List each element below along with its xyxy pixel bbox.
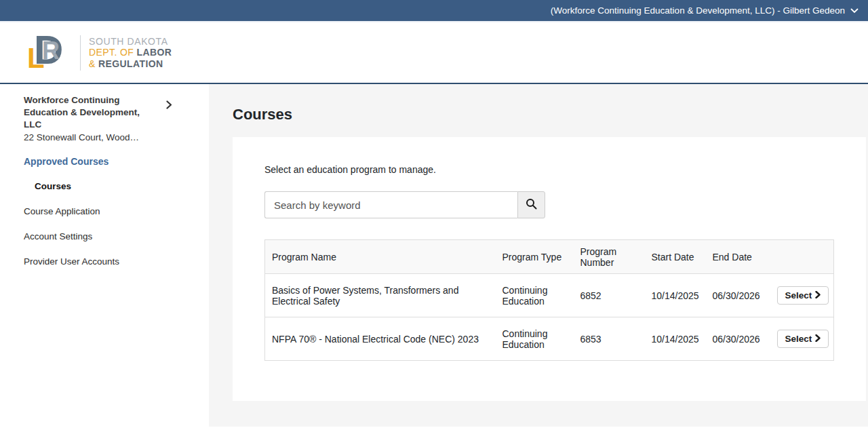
header-program-type: Program Type bbox=[496, 240, 574, 274]
cell-program-type: Continuing Education bbox=[496, 274, 574, 317]
intro-text: Select an education program to manage. bbox=[264, 164, 866, 175]
cell-program-name: NFPA 70® - National Electrical Code (NEC… bbox=[265, 317, 496, 361]
search-input[interactable] bbox=[264, 191, 517, 218]
org-address: 22 Stonewall Court, Wood… bbox=[24, 132, 195, 142]
logo-line3: & REGULATION bbox=[89, 58, 172, 70]
table-header-row: Program Name Program Type Program Number… bbox=[265, 240, 834, 274]
chevron-right-icon bbox=[815, 334, 821, 344]
sidebar-item-approved-courses[interactable]: Approved Courses bbox=[24, 156, 195, 167]
select-button-label: Select bbox=[785, 290, 812, 300]
cell-action: Select bbox=[770, 317, 834, 361]
site-header: D R L SOUTH DAKOTA DEPT. OF LABOR & REGU… bbox=[0, 22, 868, 84]
cell-program-number: 6852 bbox=[574, 274, 645, 317]
sidebar-item-course-application[interactable]: Course Application bbox=[24, 206, 195, 216]
cell-program-number: 6853 bbox=[574, 317, 645, 361]
courses-card: Select an education program to manage. P bbox=[233, 137, 866, 401]
account-menu-label[interactable]: (Workforce Continuing Education & Develo… bbox=[551, 5, 845, 16]
select-button[interactable]: Select bbox=[777, 330, 829, 348]
logo-letter-r: R bbox=[42, 39, 60, 63]
cell-program-name: Basics of Power Systems, Transformers an… bbox=[265, 274, 496, 317]
logo-line3-main: REGULATION bbox=[98, 58, 163, 69]
cell-start-date: 10/14/2025 bbox=[645, 274, 706, 317]
logo-letter-l: L bbox=[27, 44, 45, 73]
sd-dlr-logo-mark-icon: D R L bbox=[27, 33, 72, 73]
search-group bbox=[264, 191, 866, 218]
sidebar-item-courses[interactable]: Courses bbox=[24, 181, 195, 191]
select-button[interactable]: Select bbox=[777, 286, 829, 305]
programs-table: Program Name Program Type Program Number… bbox=[264, 239, 834, 361]
chevron-right-icon[interactable] bbox=[166, 100, 172, 112]
logo-line2-accent: DEPT. OF bbox=[89, 47, 137, 58]
org-name: Workforce Continuing Education & Develop… bbox=[24, 94, 157, 131]
sd-dlr-logo: D R L SOUTH DAKOTA DEPT. OF LABOR & REGU… bbox=[27, 33, 172, 73]
header-action bbox=[770, 240, 834, 274]
header-program-number: Program Number bbox=[574, 240, 645, 274]
sidebar-item-provider-user-accounts[interactable]: Provider User Accounts bbox=[24, 256, 195, 267]
search-button[interactable] bbox=[517, 191, 545, 218]
cell-end-date: 06/30/2026 bbox=[706, 274, 770, 317]
cell-start-date: 10/14/2025 bbox=[645, 317, 706, 361]
main-content: Courses Select an education program to m… bbox=[209, 84, 868, 427]
select-button-label: Select bbox=[785, 334, 812, 344]
logo-line2: DEPT. OF LABOR bbox=[89, 47, 172, 58]
org-selector[interactable]: Workforce Continuing Education & Develop… bbox=[24, 94, 195, 131]
logo-text: SOUTH DAKOTA DEPT. OF LABOR & REGULATION bbox=[89, 36, 172, 70]
cell-program-type: Continuing Education bbox=[496, 317, 574, 361]
header-program-name: Program Name bbox=[265, 240, 496, 274]
search-icon bbox=[526, 198, 537, 212]
header-start-date: Start Date bbox=[645, 240, 706, 274]
logo-line3-accent: & bbox=[89, 58, 98, 69]
header-end-date: End Date bbox=[706, 240, 770, 274]
account-bar: (Workforce Continuing Education & Develo… bbox=[0, 0, 868, 22]
chevron-right-icon bbox=[815, 290, 821, 300]
logo-divider bbox=[80, 35, 81, 71]
logo-line1: SOUTH DAKOTA bbox=[89, 36, 172, 47]
cell-action: Select bbox=[770, 274, 834, 317]
table-row: NFPA 70® - National Electrical Code (NEC… bbox=[265, 317, 834, 361]
chevron-down-icon[interactable] bbox=[850, 8, 859, 14]
logo-line2-main: LABOR bbox=[137, 47, 172, 58]
sidebar: Workforce Continuing Education & Develop… bbox=[0, 84, 209, 427]
cell-end-date: 06/30/2026 bbox=[706, 317, 770, 361]
sidebar-item-account-settings[interactable]: Account Settings bbox=[24, 231, 195, 241]
table-row: Basics of Power Systems, Transformers an… bbox=[265, 274, 834, 317]
page-title: Courses bbox=[233, 106, 866, 123]
